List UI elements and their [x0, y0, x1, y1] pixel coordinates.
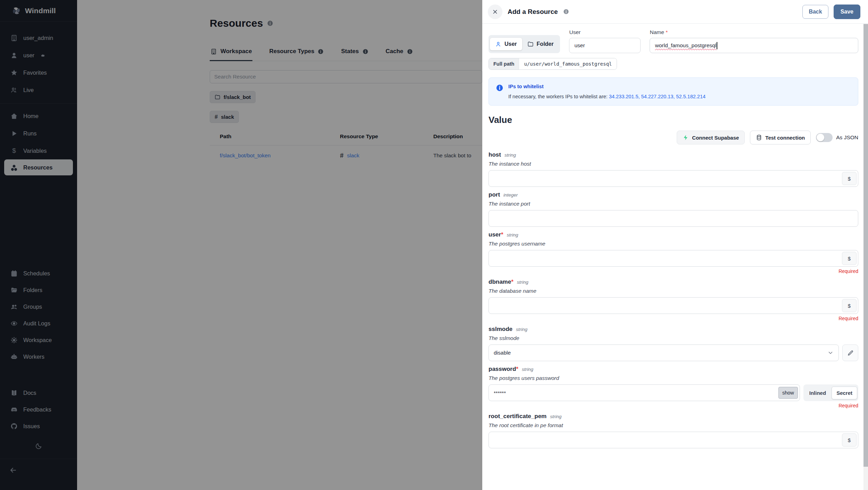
- field-name: root_certificate_pem: [489, 413, 546, 420]
- full-path-row: Full path u/user/world_famous_postgresql: [489, 58, 858, 70]
- field-host: host string The instance host $: [489, 151, 858, 187]
- add-resource-drawer: Add a Resource Back Save User Folder: [482, 0, 868, 490]
- field-description: The postgres username: [489, 241, 858, 247]
- required-note: Required: [489, 316, 858, 321]
- as-json-toggle-wrap: As JSON: [816, 133, 858, 142]
- ips-whitelist-title: IPs to whitelist: [508, 84, 706, 89]
- field-name: user*: [489, 231, 503, 238]
- field-dbname: dbname* string The database name $ Requi…: [489, 279, 858, 321]
- user-input[interactable]: [569, 38, 641, 53]
- owner-type-toggle: User Folder: [489, 35, 560, 53]
- full-path-label: Full path: [489, 58, 519, 69]
- field-description: The instance host: [489, 161, 858, 167]
- drawer-header: Add a Resource Back Save: [482, 0, 868, 24]
- owner-and-name-row: User Folder User Name * world_famous_pos…: [489, 29, 858, 53]
- field-sslmode: sslmode string The sslmode disable: [489, 326, 858, 361]
- field-name: sslmode: [489, 326, 512, 333]
- resource-name-field: Name * world_famous_postgresql: [650, 29, 858, 53]
- field-type: integer: [503, 192, 518, 198]
- password-storage-toggle: Inlined Secret: [803, 384, 858, 401]
- owner-user-field: User: [569, 29, 641, 53]
- required-asterisk: *: [516, 366, 518, 372]
- field-description: The postgres users password: [489, 375, 858, 381]
- pg-user-input[interactable]: [489, 250, 858, 267]
- secret-segment[interactable]: Secret: [832, 387, 857, 399]
- field-type: string: [517, 280, 528, 285]
- field-password: password* string The postgres users pass…: [489, 366, 858, 408]
- variable-picker-button[interactable]: $: [842, 172, 857, 185]
- host-input[interactable]: [489, 170, 858, 187]
- password-input[interactable]: [489, 384, 800, 401]
- user-field-label: User: [569, 29, 641, 35]
- ips-list: 34.233.201.5, 54.227.220.13, 52.5.182.21…: [609, 94, 706, 99]
- drawer-title: Add a Resource: [508, 8, 558, 16]
- port-input[interactable]: [489, 210, 858, 227]
- text-caret: [717, 42, 717, 49]
- field-description: The root certificate in pe format: [489, 422, 858, 429]
- root-certificate-input[interactable]: [489, 432, 858, 448]
- ips-whitelist-info-box: IPs to whitelist If necessary, the worke…: [489, 77, 858, 106]
- value-section-title: Value: [489, 115, 858, 125]
- edit-sslmode-button[interactable]: [842, 344, 858, 361]
- field-name: dbname*: [489, 279, 514, 285]
- required-asterisk: *: [511, 279, 514, 285]
- full-path-pill: Full path u/user/world_famous_postgresql: [489, 58, 617, 70]
- owner-folder-segment[interactable]: Folder: [522, 38, 559, 50]
- required-note: Required: [489, 268, 858, 274]
- inlined-segment[interactable]: Inlined: [804, 387, 831, 399]
- chevron-down-icon: [827, 350, 834, 356]
- ips-whitelist-text: If necessary, the workers IPs to whiteli…: [508, 94, 706, 99]
- value-actions-row: Connect Supabase Test connection As JSON: [489, 131, 858, 144]
- person-icon: [495, 41, 501, 47]
- owner-folder-label: Folder: [537, 41, 554, 47]
- as-json-toggle[interactable]: [816, 133, 833, 142]
- field-type: string: [550, 414, 561, 419]
- field-description: The instance port: [489, 201, 858, 207]
- field-port: port integer The instance port: [489, 191, 858, 227]
- close-icon: [492, 9, 498, 15]
- field-type: string: [504, 152, 516, 158]
- pencil-icon: [847, 350, 854, 356]
- field-type: string: [516, 327, 527, 332]
- variable-picker-button[interactable]: $: [842, 433, 857, 447]
- info-icon: [496, 84, 503, 92]
- field-type: string: [522, 367, 533, 372]
- dbname-input[interactable]: [489, 297, 858, 314]
- variable-picker-button[interactable]: $: [842, 252, 857, 265]
- connect-supabase-button[interactable]: Connect Supabase: [677, 131, 745, 144]
- app-window: Windmill user_admin user Favorites Live: [0, 0, 868, 490]
- variable-picker-button[interactable]: $: [842, 299, 857, 312]
- drawer-body: User Folder User Name * world_famous_pos…: [482, 24, 868, 490]
- database-icon: [756, 134, 762, 141]
- name-field-label: Name *: [650, 29, 858, 35]
- drawer-backdrop[interactable]: [0, 0, 482, 490]
- name-input[interactable]: world_famous_postgresql: [650, 38, 858, 53]
- info-icon[interactable]: [563, 9, 569, 15]
- sslmode-select[interactable]: disable: [489, 344, 839, 361]
- name-input-value: world_famous_postgresql: [655, 42, 716, 49]
- scrollbar-thumb[interactable]: [863, 24, 868, 467]
- owner-user-segment[interactable]: User: [490, 38, 522, 50]
- test-connection-button[interactable]: Test connection: [750, 131, 811, 144]
- show-password-button[interactable]: show: [778, 387, 798, 399]
- drawer-scrollbar[interactable]: [863, 24, 868, 490]
- field-root-certificate-pem: root_certificate_pem string The root cer…: [489, 413, 858, 448]
- required-asterisk: *: [666, 29, 668, 35]
- owner-user-label: User: [504, 41, 517, 47]
- close-drawer-button[interactable]: [488, 5, 502, 19]
- field-description: The sslmode: [489, 335, 858, 341]
- field-name: port: [489, 191, 500, 198]
- ips-whitelist-content: IPs to whitelist If necessary, the worke…: [508, 84, 706, 99]
- full-path-value: u/user/world_famous_postgresql: [519, 58, 617, 69]
- as-json-label: As JSON: [836, 134, 858, 141]
- connect-supabase-label: Connect Supabase: [692, 135, 739, 141]
- field-type: string: [507, 232, 518, 238]
- field-name: host: [489, 151, 501, 158]
- save-button[interactable]: Save: [834, 5, 860, 19]
- field-user: user* string The postgres username $ Req…: [489, 231, 858, 274]
- sslmode-selected-value: disable: [494, 350, 511, 356]
- back-button[interactable]: Back: [802, 5, 828, 19]
- lightning-bolt-icon: [683, 134, 689, 141]
- required-note: Required: [489, 403, 858, 408]
- schema-form: host string The instance host $ port int…: [489, 151, 858, 448]
